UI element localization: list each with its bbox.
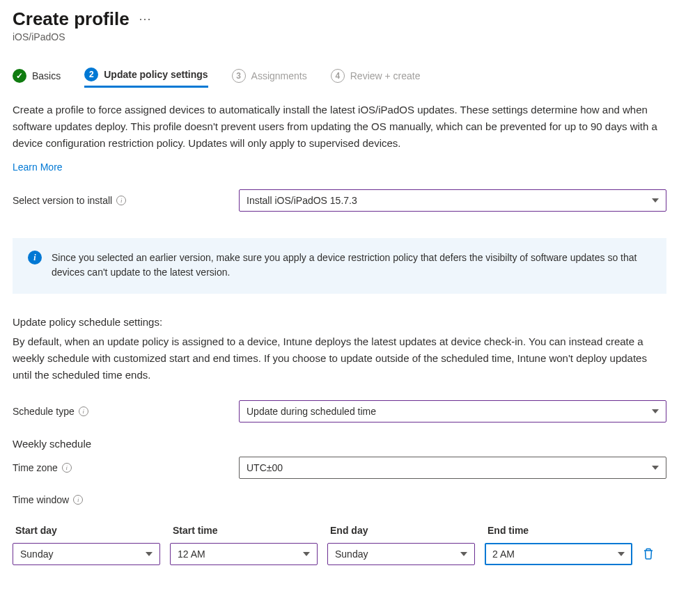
start-time-value: 12 AM [178, 548, 205, 560]
chevron-down-icon [303, 552, 310, 556]
chevron-down-icon [618, 552, 625, 556]
schedule-type-value: Update during scheduled time [247, 406, 376, 417]
start-day-value: Sunday [20, 548, 53, 560]
trash-icon [643, 548, 654, 560]
col-start-time: Start time [170, 525, 318, 536]
step-basics[interactable]: Basics [13, 68, 61, 88]
step-number-icon: 2 [84, 68, 98, 81]
schedule-heading: Update policy schedule settings: [13, 316, 666, 328]
wizard-stepper: Basics 2 Update policy settings 3 Assign… [13, 68, 666, 88]
info-icon [28, 251, 42, 264]
check-icon [13, 69, 26, 83]
chevron-down-icon [460, 552, 467, 556]
schedule-type-label: Schedule type [13, 406, 75, 417]
schedule-description: By default, when an update policy is ass… [13, 333, 666, 384]
step-assignments[interactable]: 3 Assignments [232, 68, 307, 88]
timezone-dropdown[interactable]: UTC±00 [239, 457, 666, 479]
end-time-value: 2 AM [492, 548, 515, 560]
step-review-create[interactable]: 4 Review + create [331, 68, 421, 88]
schedule-type-dropdown[interactable]: Update during scheduled time [239, 400, 666, 422]
timezone-label: Time zone [13, 462, 58, 473]
step-label: Update policy settings [104, 69, 208, 80]
chevron-down-icon [652, 198, 659, 203]
step-number-icon: 3 [232, 69, 246, 83]
step-label: Review + create [350, 70, 421, 81]
info-icon[interactable] [116, 196, 126, 205]
info-callout-text: Since you selected an earlier version, m… [52, 251, 653, 280]
step-label: Assignments [251, 70, 307, 81]
time-window-row: Sunday 12 AM Sunday 2 AM [13, 543, 666, 565]
end-day-dropdown[interactable]: Sunday [327, 543, 475, 565]
start-day-dropdown[interactable]: Sunday [13, 543, 160, 565]
end-day-value: Sunday [335, 548, 368, 560]
chevron-down-icon [652, 409, 659, 413]
select-version-dropdown[interactable]: Install iOS/iPadOS 15.7.3 [239, 189, 666, 212]
page-subtitle: iOS/iPadOS [13, 31, 666, 42]
select-version-label: Select version to install [13, 195, 112, 206]
step-label: Basics [32, 70, 61, 81]
page-title: Create profile [13, 8, 130, 30]
end-time-dropdown[interactable]: 2 AM [485, 543, 632, 565]
weekly-schedule-heading: Weekly schedule [13, 438, 666, 450]
info-icon[interactable] [73, 495, 83, 505]
chevron-down-icon [652, 466, 659, 470]
time-window-label: Time window [13, 494, 69, 505]
step-number-icon: 4 [331, 69, 345, 83]
col-end-time: End time [485, 525, 632, 536]
info-icon[interactable] [79, 406, 88, 416]
col-start-day: Start day [13, 525, 160, 536]
learn-more-link[interactable]: Learn More [13, 161, 63, 173]
timezone-value: UTC±00 [247, 462, 283, 473]
select-version-value: Install iOS/iPadOS 15.7.3 [247, 195, 357, 206]
intro-description: Create a profile to force assigned devic… [13, 102, 666, 152]
time-window-header: Start day Start time End day End time [13, 525, 666, 536]
col-end-day: End day [327, 525, 475, 536]
more-actions-icon[interactable]: ··· [139, 12, 152, 26]
start-time-dropdown[interactable]: 12 AM [170, 543, 318, 565]
delete-row-button[interactable] [642, 547, 655, 561]
info-callout: Since you selected an earlier version, m… [13, 238, 666, 294]
step-update-policy-settings[interactable]: 2 Update policy settings [84, 68, 208, 88]
info-icon[interactable] [62, 463, 72, 473]
chevron-down-icon [146, 552, 153, 556]
